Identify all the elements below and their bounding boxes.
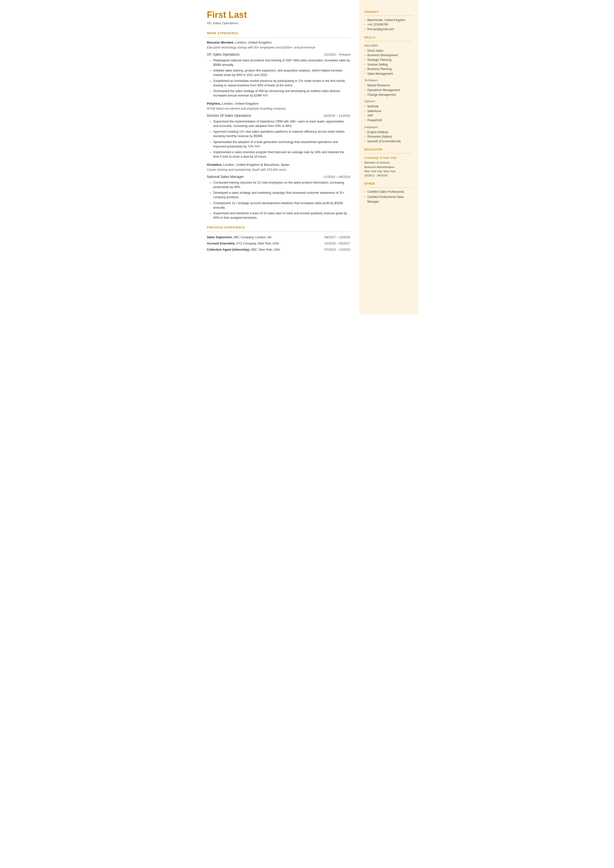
job-3-role: National Sales Manager: [207, 174, 244, 179]
prev-job-1: Sales Supervisor, ABC Company, London, U…: [207, 234, 350, 241]
language-1: English (Native): [364, 130, 413, 135]
prev-job-3-rest: ABC, New York, USA: [250, 248, 280, 252]
job-1-desc: Education technology startup with 50+ em…: [207, 45, 350, 50]
job-1-company-name: Resume Worded,: [207, 40, 234, 44]
software-4: PeopleSoft: [364, 118, 413, 123]
software-list: NetSuite Salesforce SAP PeopleSoft: [364, 104, 413, 123]
hard-skills-list: Direct Sales Business Development Strate…: [364, 48, 413, 76]
prev-job-2-title: Account Executive, XYZ Company, New York…: [207, 241, 310, 247]
prev-job-2-dates: 01/2016 – 05/2017: [310, 241, 350, 247]
contact-heading: CONTACT: [364, 10, 413, 14]
hard-skill-2: Business Development: [364, 53, 413, 57]
left-column: First Last VP, Sales Operations WORK EXP…: [196, 0, 359, 314]
job-3-role-row: National Sales Manager 11/2018 – 09/2019: [207, 174, 350, 179]
job-1: Resume Worded, London, United Kingdom Ed…: [207, 40, 350, 98]
languages-list: English (Native) Romanian (Native) Spani…: [364, 130, 413, 144]
software-2: Salesforce: [364, 109, 413, 113]
education-heading: EDUCATION: [364, 148, 413, 152]
edu-location: New York City, New York: [364, 169, 413, 174]
job-3-bullet-2: Developed a sales strategy and marketing…: [209, 191, 350, 199]
job-2-location: London, United Kingdom: [222, 102, 259, 106]
job-1-bullets: Redesigned national sales procedure and …: [207, 58, 350, 98]
job-3-company-line: Growthsi, London, United Kingdom & Barce…: [207, 162, 350, 167]
previous-experience-table: Sales Supervisor, ABC Company, London, U…: [207, 234, 350, 253]
prev-job-1-bold: Sales Supervisor,: [207, 236, 233, 239]
name-section: First Last VP, Sales Operations: [207, 10, 350, 26]
software-1: NetSuite: [364, 104, 413, 109]
hard-skill-1: Direct Sales: [364, 48, 413, 53]
job-2-bullet-1: Supervised the implementation of Salesfo…: [209, 119, 350, 128]
full-name: First Last: [207, 10, 350, 20]
technique-3: Change Management: [364, 93, 413, 97]
prev-job-1-dates: 06/2017 – 10/2018: [310, 234, 350, 241]
work-experience-heading: WORK EXPERIENCE: [207, 31, 350, 36]
hard-skill-3: Strategic Planning: [364, 57, 413, 62]
job-1-bullet-1: Redesigned national sales procedure and …: [209, 58, 350, 67]
hard-skill-4: Solution Selling: [364, 62, 413, 67]
job-2-role-row: Director Of Sales Operations 10/2019 – 1…: [207, 113, 350, 118]
job-1-location: London, United Kingdom: [235, 40, 272, 44]
prev-job-1-title: Sales Supervisor, ABC Company, London, U…: [207, 234, 310, 241]
other-heading: OTHER: [364, 182, 413, 186]
contact-phone: +44 123456789: [364, 22, 413, 27]
edu-field: Business Administration: [364, 165, 413, 169]
job-2-role: Director Of Sales Operations: [207, 113, 251, 118]
language-3: Spanish (Conversational): [364, 139, 413, 144]
job-1-dates: 12/2020 – Present: [324, 52, 350, 57]
previous-experience-heading: PREVIOUS EXPERIENCE: [207, 225, 350, 230]
job-2-bullets: Supervised the implementation of Salesfo…: [207, 119, 350, 159]
education-divider: [364, 153, 413, 154]
job-3-bullet-3: Championed 11+ strategic account develop…: [209, 201, 350, 210]
other-item-1: Certified Sales Professional.: [364, 189, 413, 194]
job-2-bullet-3: Spearheaded the adoption of a lead gener…: [209, 140, 350, 149]
job-2-company-line: Polyhire, London, United Kingdom: [207, 101, 350, 106]
job-2: Polyhire, London, United Kingdom NYSE-li…: [207, 101, 350, 159]
job-3-location: London, United Kingdom & Barcelona, Spai…: [223, 163, 289, 166]
hard-skill-5: Business Planning: [364, 67, 413, 71]
job-3-dates: 11/2018 – 09/2019: [323, 174, 350, 179]
job-2-bullet-4: Implemented a sales incentive program th…: [209, 150, 350, 159]
job-1-role: VP, Sales Operations: [207, 52, 240, 57]
languages-label: Languages:: [364, 125, 413, 129]
job-2-company-name: Polyhire,: [207, 102, 221, 106]
techniques-list: Market Research Operations Management Ch…: [364, 83, 413, 97]
job-3-company-name: Growthsi,: [207, 163, 222, 166]
prev-job-2-rest: XYZ Company, New York, USA: [236, 242, 279, 245]
technique-2: Operations Management: [364, 88, 413, 93]
job-1-bullet-4: Overhauled the sales strategy at RW by i…: [209, 89, 350, 98]
job-2-dates: 10/2019 – 11/2020: [323, 113, 350, 118]
previous-experience-divider: [207, 231, 350, 232]
job-3-bullet-4: Supervised and mentored a team of 15 sal…: [209, 211, 350, 220]
job-1-role-row: VP, Sales Operations 12/2020 – Present: [207, 52, 350, 57]
prev-job-2-bold: Account Executive,: [207, 242, 236, 245]
job-1-bullet-3: Established an immediate market presence…: [209, 79, 350, 88]
contact-address: Manchester, United Kingdom: [364, 18, 413, 23]
right-column: CONTACT Manchester, United Kingdom +44 1…: [359, 0, 419, 314]
skills-heading: SKILLS: [364, 36, 413, 40]
hard-skills-label: Hard Skills:: [364, 43, 413, 48]
job-1-bullet-2: Initiated sales training, product line e…: [209, 68, 350, 77]
job-3-bullet-1: Conducted training sessions for 22 new e…: [209, 180, 350, 189]
techniques-label: Techniques:: [364, 78, 413, 82]
job-2-bullet-2: Approved creating 13+ new sales operatio…: [209, 129, 350, 138]
job-3: Growthsi, London, United Kingdom & Barce…: [207, 162, 350, 220]
prev-job-3-title: Collection Agent (Internship), ABC, New …: [207, 247, 310, 253]
contact-list: Manchester, United Kingdom +44 123456789…: [364, 18, 413, 32]
software-3: SAP: [364, 113, 413, 118]
prev-job-2: Account Executive, XYZ Company, New York…: [207, 241, 350, 247]
job-title: VP, Sales Operations: [207, 21, 350, 26]
contact-email: first.last@gmail.com: [364, 27, 413, 32]
software-label: Software:: [364, 99, 413, 103]
edu-degree: Bachelor of Science: [364, 161, 413, 165]
prev-job-1-rest: ABC Company, London, UK: [233, 236, 272, 239]
technique-1: Market Research: [364, 83, 413, 88]
resume-page: First Last VP, Sales Operations WORK EXP…: [196, 0, 419, 314]
contact-divider: [364, 16, 413, 16]
language-2: Romanian (Native): [364, 134, 413, 139]
job-2-desc: NYSE-listed recruitment and employer bra…: [207, 106, 350, 111]
hard-skill-6: Sales Management: [364, 71, 413, 76]
prev-job-3-bold: Collection Agent (Internship),: [207, 248, 250, 252]
other-item-2: Certified Professional Sales Manager.: [364, 195, 413, 204]
edu-school: University of New York: [364, 155, 413, 160]
job-1-company-line: Resume Worded, London, United Kingdom: [207, 40, 350, 45]
